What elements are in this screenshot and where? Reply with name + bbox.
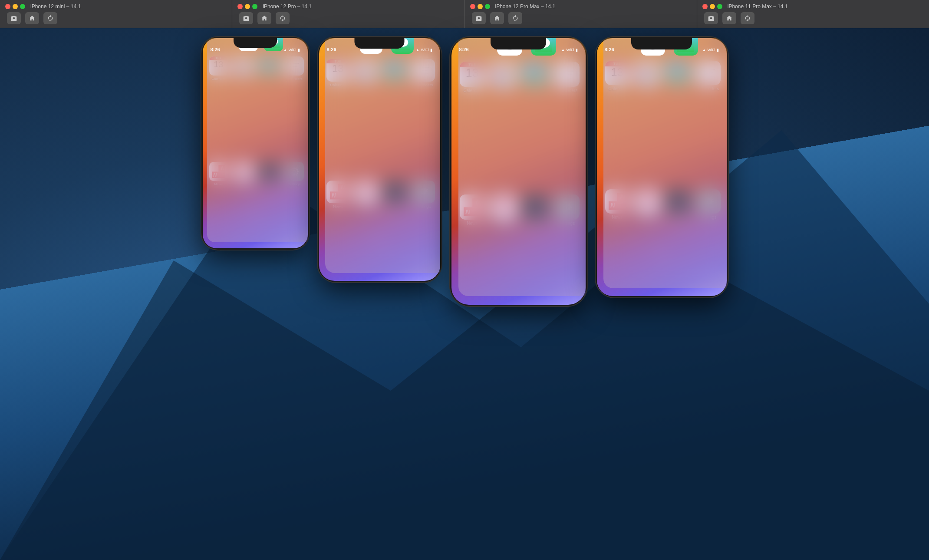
window-title-mini: iPhone 12 mini – 14.1	[30, 3, 81, 10]
phone-12pro-screen: 8:26 ▲ WiFi ▮ TUE 13	[319, 38, 440, 281]
battery-icon: ▮	[717, 48, 719, 52]
phone-mini[interactable]: 8:26 ▲ WiFi ▮ TUE 13	[201, 37, 309, 250]
screenshot-button-mini[interactable]	[7, 12, 21, 24]
maximize-button-11promax[interactable]	[717, 4, 722, 9]
phone-12promax[interactable]: 8:26 ▲ WiFi ▮ TUE 13	[450, 37, 587, 306]
dock-messages-mini[interactable]	[264, 38, 283, 240]
signal-icon: ▲	[561, 48, 565, 52]
rotate-button-11promax[interactable]	[741, 12, 754, 24]
phone-12pro-status-icons: ▲ WiFi ▮	[416, 48, 432, 52]
rotate-button-12pro[interactable]	[276, 12, 290, 24]
battery-icon: ▮	[430, 48, 432, 52]
dock-safari-11promax[interactable]	[641, 38, 665, 285]
home-button-mini[interactable]	[25, 12, 39, 24]
maximize-button-12promax[interactable]	[485, 4, 490, 9]
phone-12promax-status-icons: ▲ WiFi ▮	[561, 48, 578, 52]
wifi-icon: WiFi	[289, 48, 296, 52]
phone-12promax-time: 8:26	[459, 47, 469, 52]
toolbar-11promax	[702, 12, 924, 24]
dock-messages-12promax[interactable]	[531, 38, 556, 293]
screenshot-button-11promax[interactable]	[704, 12, 718, 24]
title-bar-12pro: iPhone 12 Pro – 14.1	[232, 0, 464, 28]
main-container: iPhone 12 mini – 14.1	[0, 0, 929, 560]
dock-safari-12pro[interactable]	[360, 38, 382, 270]
close-button-12pro[interactable]	[237, 4, 243, 9]
phone-12pro-notch	[355, 38, 405, 49]
home-button-11promax[interactable]	[722, 12, 736, 24]
traffic-lights-mini	[5, 4, 25, 9]
battery-icon: ▮	[298, 48, 300, 52]
dock-safari-mini[interactable]	[239, 38, 258, 240]
phone-mini-notch	[234, 38, 277, 48]
phone-11promax-wrapper: 8:26 ▲ WiFi ▮ TUE 13	[596, 37, 728, 297]
maximize-button-12pro[interactable]	[252, 4, 257, 9]
close-button-12promax[interactable]	[470, 4, 475, 9]
battery-icon: ▮	[576, 48, 578, 52]
minimize-button-mini[interactable]	[13, 4, 18, 9]
dock-safari-12promax[interactable]	[497, 38, 522, 293]
signal-icon: ▲	[702, 48, 706, 52]
title-bars-row: iPhone 12 mini – 14.1	[0, 0, 929, 28]
toolbar-mini	[5, 12, 227, 24]
screenshot-button-12pro[interactable]	[239, 12, 253, 24]
dock-messages-11promax[interactable]	[674, 38, 698, 285]
phone-12pro-time: 8:26	[327, 47, 336, 52]
title-bar-mini: iPhone 12 mini – 14.1	[0, 0, 232, 28]
phone-11promax-time: 8:26	[605, 47, 614, 52]
rotate-button-12promax[interactable]	[508, 12, 522, 24]
screenshot-button-12promax[interactable]	[472, 12, 486, 24]
phone-mini-screen: 8:26 ▲ WiFi ▮ TUE 13	[203, 38, 308, 248]
minimize-button-12promax[interactable]	[478, 4, 483, 9]
phone-12pro-wrapper: 8:26 ▲ WiFi ▮ TUE 13	[318, 37, 441, 282]
close-button-mini[interactable]	[5, 4, 10, 9]
rotate-button-mini[interactable]	[43, 12, 57, 24]
phone-11promax[interactable]: 8:26 ▲ WiFi ▮ TUE 13	[596, 37, 728, 297]
phone-12promax-screen: 8:26 ▲ WiFi ▮ TUE 13	[451, 38, 586, 305]
traffic-lights-12promax	[470, 4, 490, 9]
window-title-11promax: iPhone 11 Pro Max – 14.1	[728, 3, 788, 10]
minimize-button-11promax[interactable]	[710, 4, 715, 9]
phone-11promax-screen: 8:26 ▲ WiFi ▮ TUE 13	[597, 38, 727, 296]
signal-icon: ▲	[283, 48, 287, 52]
minimize-button-12pro[interactable]	[245, 4, 250, 9]
phone-12promax-dock	[458, 38, 586, 296]
phone-11promax-status-icons: ▲ WiFi ▮	[702, 48, 719, 52]
traffic-lights-12pro	[237, 4, 257, 9]
phone-12promax-wrapper: 8:26 ▲ WiFi ▮ TUE 13	[450, 37, 587, 306]
home-button-12promax[interactable]	[490, 12, 504, 24]
phones-row: 8:26 ▲ WiFi ▮ TUE 13	[0, 28, 929, 560]
phone-mini-dock	[207, 38, 308, 242]
phone-mini-status-icons: ▲ WiFi ▮	[283, 48, 300, 52]
phone-12pro[interactable]: 8:26 ▲ WiFi ▮ TUE 13	[318, 37, 441, 282]
toolbar-12pro	[237, 12, 459, 24]
traffic-lights-11promax	[702, 4, 722, 9]
phone-11promax-notch	[631, 38, 692, 49]
phone-12pro-dock	[325, 38, 440, 273]
home-button-12pro[interactable]	[257, 12, 271, 24]
phone-12promax-notch	[491, 38, 546, 49]
toolbar-12promax	[470, 12, 692, 24]
title-bar-12promax: iPhone 12 Pro Max – 14.1	[465, 0, 697, 28]
phone-mini-time: 8:26	[211, 47, 220, 52]
wifi-icon: WiFi	[708, 48, 715, 52]
maximize-button-mini[interactable]	[20, 4, 25, 9]
window-title-12pro: iPhone 12 Pro – 14.1	[263, 3, 312, 10]
phone-mini-wrapper: 8:26 ▲ WiFi ▮ TUE 13	[201, 37, 309, 250]
close-button-11promax[interactable]	[702, 4, 708, 9]
title-bar-11promax: iPhone 11 Pro Max – 14.1	[697, 0, 929, 28]
window-title-12promax: iPhone 12 Pro Max – 14.1	[495, 3, 556, 10]
signal-icon: ▲	[416, 48, 420, 52]
wifi-icon: WiFi	[567, 48, 574, 52]
phone-11promax-dock	[603, 38, 727, 288]
wifi-icon: WiFi	[421, 48, 429, 52]
dock-messages-12pro[interactable]	[391, 38, 414, 270]
